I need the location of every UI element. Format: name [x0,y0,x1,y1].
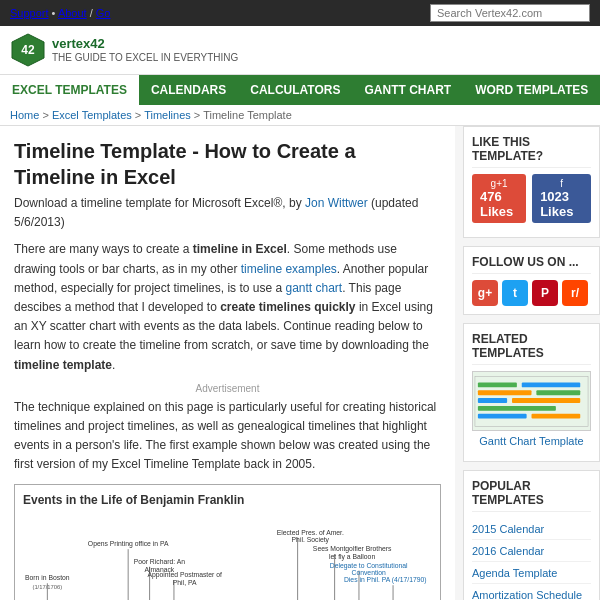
fb-count: 1023 Likes [540,189,583,219]
svg-rect-87 [478,413,527,418]
author-link[interactable]: Jon Wittwer [305,196,368,210]
svg-text:(1/17/1706): (1/17/1706) [32,585,62,591]
chart-area: 1700 1710 1720 1730 1740 1750 1760 1770 … [23,513,432,600]
search-input[interactable] [430,4,590,22]
related-section-title: RELATED TEMPLATES [472,332,591,365]
breadcrumb: Home > Excel Templates > Timelines > Tim… [0,105,600,126]
reddit-icon[interactable]: r/ [562,280,588,306]
timeline-chart-box: Events in the Life of Benjamin Franklin … [14,484,441,600]
logo-icon: 42 [10,32,46,68]
popular-section-title: POPULAR TEMPLATES [472,479,591,512]
nav-bar: EXCEL TEMPLATES CALENDARS CALCULATORS GA… [0,75,600,105]
breadcrumb-current: Timeline Template [203,109,292,121]
page-title: Timeline Template - How to Create a Time… [14,138,441,190]
popular-list: 2015 Calendar 2016 Calendar Agenda Templ… [472,518,591,600]
svg-rect-85 [512,398,580,403]
logo-bar: 42 vertex42THE GUIDE TO EXCEL IN EVERYTH… [0,26,600,75]
related-label[interactable]: Gantt Chart Template [472,435,591,447]
svg-text:Elected Pres. of Amer.: Elected Pres. of Amer. [277,529,344,536]
svg-text:42: 42 [21,43,35,57]
popular-link-3[interactable]: Agenda Template [472,567,557,579]
popular-link-4[interactable]: Amortization Schedule [472,589,582,600]
sidebar: LIKE THIS TEMPLATE? g+1 476 Likes f 1023… [455,126,600,600]
logo-tagline: THE GUIDE TO EXCEL IN EVERYTHING [52,52,238,64]
breadcrumb-home[interactable]: Home [10,109,39,121]
svg-rect-88 [532,413,581,418]
nav-word-templates[interactable]: WORD TEMPLATES [463,75,600,105]
svg-rect-81 [522,382,581,387]
nav-calculators[interactable]: CALCULATORS [238,75,352,105]
breadcrumb-timelines[interactable]: Timelines [144,109,191,121]
logo: 42 vertex42THE GUIDE TO EXCEL IN EVERYTH… [10,32,238,68]
fb-label: f [560,178,563,189]
google-plus-icon[interactable]: g+ [472,280,498,306]
chart-title: Events in the Life of Benjamin Franklin [23,493,432,507]
nav-excel-templates[interactable]: EXCEL TEMPLATES [0,75,139,105]
timeline-examples-link[interactable]: timeline examples [241,262,337,276]
pinterest-icon[interactable]: P [532,280,558,306]
gplus-button[interactable]: g+1 476 Likes [472,174,526,223]
ad-label: Advertisement [14,383,441,394]
follow-icons: g+ t P r/ [472,280,591,306]
breadcrumb-excel-templates[interactable]: Excel Templates [52,109,132,121]
page-subtitle: Download a timeline template for Microso… [14,194,441,232]
search-bar [430,4,590,22]
popular-link-1[interactable]: 2015 Calendar [472,523,544,535]
gantt-chart-link[interactable]: gantt chart [285,281,342,295]
like-section-title: LIKE THIS TEMPLATE? [472,135,591,168]
sidebar-follow-section: FOLLOW US ON ... g+ t P r/ [463,246,600,315]
sidebar-like-section: LIKE THIS TEMPLATE? g+1 476 Likes f 1023… [463,126,600,238]
svg-rect-86 [478,405,556,410]
svg-rect-82 [478,390,532,395]
popular-link-2[interactable]: 2016 Calendar [472,545,544,557]
timeline-svg: 1700 1710 1720 1730 1740 1750 1760 1770 … [23,513,432,600]
svg-text:Born in Boston: Born in Boston [25,575,70,582]
svg-text:Delegate to Constitutional: Delegate to Constitutional [330,562,408,570]
gplus-label: g+1 [491,178,508,189]
svg-text:Opens Printing office in PA: Opens Printing office in PA [88,541,169,549]
about-link[interactable]: About [58,7,87,19]
go-link[interactable]: Go [96,7,111,19]
top-bar: Support • About / Go [0,0,600,26]
paragraph-2: The technique explained on this page is … [14,398,441,475]
paragraph-1: There are many ways to create a timeline… [14,240,441,374]
svg-text:Phil, PA: Phil, PA [173,580,197,587]
support-link[interactable]: Support [10,7,49,19]
svg-rect-84 [478,398,507,403]
main-content: Timeline Template - How to Create a Time… [0,126,455,600]
svg-rect-80 [478,382,517,387]
gplus-count: 476 Likes [480,189,518,219]
sidebar-related-section: RELATED TEMPLATES Gantt Chart Template [463,323,600,462]
twitter-icon[interactable]: t [502,280,528,306]
sidebar-popular-section: POPULAR TEMPLATES 2015 Calendar 2016 Cal… [463,470,600,600]
main-layout: Timeline Template - How to Create a Time… [0,126,600,600]
popular-item-3: Agenda Template [472,562,591,584]
popular-item-2: 2016 Calendar [472,540,591,562]
follow-section-title: FOLLOW US ON ... [472,255,591,274]
like-box: g+1 476 Likes f 1023 Likes [472,174,591,223]
svg-text:let fly a Balloon: let fly a Balloon [329,553,375,561]
svg-rect-83 [536,390,580,395]
nav-calendars[interactable]: CALENDARS [139,75,238,105]
svg-text:Appointed Postmaster of: Appointed Postmaster of [147,572,222,580]
nav-gantt-chart[interactable]: GANTT CHART [352,75,463,105]
top-bar-links: Support • About / Go [10,7,111,19]
svg-text:Phil. Society: Phil. Society [292,537,330,545]
popular-item-4: Amortization Schedule [472,584,591,600]
svg-text:Dies in Phil. PA (4/17/1790): Dies in Phil. PA (4/17/1790) [344,577,427,585]
svg-text:Poor Richard: An: Poor Richard: An [134,558,186,565]
logo-name: vertex42THE GUIDE TO EXCEL IN EVERYTHING [52,36,238,64]
related-thumb [472,371,591,431]
popular-item-1: 2015 Calendar [472,518,591,540]
svg-text:Sees Montgolfier Brothers: Sees Montgolfier Brothers [313,546,392,554]
fb-like-button[interactable]: f 1023 Likes [532,174,591,223]
